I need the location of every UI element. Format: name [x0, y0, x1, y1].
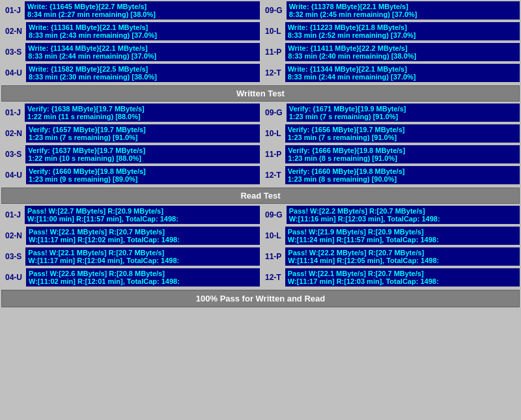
table-row: 01-JWrite: {11645 MByte}[22.7 MByte/s]8:…	[1, 1, 260, 20]
cell-line2: 8:34 min (2:27 min remaining) [38.0%]	[27, 10, 257, 18]
cell-line2: 1:23 min (8 s remaining) [90.0%]	[288, 175, 517, 183]
drive-id-label: 11-P	[261, 145, 285, 163]
main-container: 01-JWrite: {11645 MByte}[22.7 MByte/s]8:…	[0, 0, 521, 309]
cell-content: Verify: {1660 MByte}[19.8 MByte/s]1:23 m…	[26, 166, 260, 184]
cell-line1: Pass! W:[22.1 MByte/s] R:[20.7 MByte/s]	[28, 249, 257, 257]
drive-id-label: 02-N	[1, 227, 26, 245]
cell-line1: Verify: {1660 MByte}[19.8 MByte/s]	[288, 167, 517, 175]
table-row: 11-PVerify: {1666 MByte}[19.8 MByte/s]1:…	[261, 145, 520, 163]
cell-line1: Verify: {1657 MByte}[19.7 MByte/s]	[29, 126, 257, 133]
drive-id-label: 10-L	[261, 22, 285, 40]
cell-content: Write: {11223 MByte}[21.8 MByte/s]8:33 m…	[285, 22, 520, 40]
table-row: 04-UVerify: {1660 MByte}[19.8 MByte/s]1:…	[1, 166, 260, 184]
cell-line1: Write: {11378 MByte}[22.1 MByte/s]	[289, 3, 517, 10]
cell-line2: W:[11:17 min] R:[12:03 min], TotalCap: 1…	[288, 277, 517, 285]
cell-line1: Verify: {1638 MByte}[19.7 MByte/s]	[27, 105, 257, 113]
footer-status: 100% Pass for Written and Read	[1, 290, 520, 307]
cell-content: Pass! W:[22.1 MByte/s] R:[20.7 MByte/s]W…	[285, 268, 520, 287]
drive-id-label: 03-S	[1, 43, 25, 61]
table-row: 02-NWrite: {11361 MByte}[22.1 MByte/s]8:…	[1, 22, 260, 40]
cell-line1: Verify: {1660 MByte}[19.8 MByte/s]	[29, 167, 257, 175]
table-row: 10-LWrite: {11223 MByte}[21.8 MByte/s]8:…	[261, 22, 520, 40]
cell-line1: Pass! W:[22.1 MByte/s] R:[20.7 MByte/s]	[288, 270, 517, 277]
read-test-section: 01-JPass! W:[22.7 MByte/s] R:[20.9 MByte…	[1, 206, 520, 288]
read-test-header: Read Test	[1, 188, 520, 204]
table-row: 01-JVerify: {1638 MByte}[19.7 MByte/s]1:…	[1, 104, 260, 122]
cell-line2: W:[11:16 min] R:[12:03 min], TotalCap: 1…	[289, 215, 517, 223]
cell-content: Verify: {1638 MByte}[19.7 MByte/s]1:22 m…	[25, 104, 260, 122]
table-row: 12-TPass! W:[22.1 MByte/s] R:[20.7 MByte…	[261, 268, 520, 287]
cell-content: Write: {11344 MByte}[22.1 MByte/s]8:33 m…	[285, 64, 520, 82]
drive-id-label: 09-G	[261, 206, 287, 224]
drive-id-label: 04-U	[1, 166, 26, 184]
written-test-section: 01-JWrite: {11645 MByte}[22.7 MByte/s]8:…	[1, 1, 520, 102]
cell-line1: Pass! W:[22.1 MByte/s] R:[20.7 MByte/s]	[29, 228, 257, 236]
cell-line1: Write: {11344 MByte}[22.1 MByte/s]	[288, 65, 517, 73]
cell-line1: Pass! W:[22.7 MByte/s] R:[20.9 MByte/s]	[27, 207, 257, 215]
drive-id-label: 10-L	[261, 227, 285, 245]
drive-id-label: 12-T	[261, 166, 285, 184]
written-test-header: Written Test	[1, 85, 520, 102]
cell-line1: Write: {11411 MByte}[22.2 MByte/s]	[288, 44, 517, 52]
drive-id-label: 04-U	[1, 268, 26, 287]
cell-content: Verify: {1660 MByte}[19.8 MByte/s]1:23 m…	[285, 166, 520, 184]
table-row: 04-UWrite: {11582 MByte}[22.5 MByte/s]8:…	[1, 64, 260, 82]
table-row: 03-SWrite: {11344 MByte}[22.1 MByte/s]8:…	[1, 43, 260, 61]
cell-content: Pass! W:[22.7 MByte/s] R:[20.9 MByte/s]W…	[25, 206, 260, 224]
table-row: 02-NVerify: {1657 MByte}[19.7 MByte/s]1:…	[1, 124, 260, 143]
table-row: 03-SPass! W:[22.1 MByte/s] R:[20.7 MByte…	[1, 247, 260, 266]
cell-line2: W:[11:17 min] R:[12:02 min], TotalCap: 1…	[29, 236, 257, 244]
drive-id-label: 10-L	[261, 124, 285, 143]
cell-line1: Pass! W:[21.9 MByte/s] R:[20.9 MByte/s]	[288, 228, 517, 236]
cell-content: Write: {11411 MByte}[22.2 MByte/s]8:33 m…	[285, 43, 520, 61]
cell-content: Verify: {1671 MByte}[19.9 MByte/s]1:23 m…	[287, 104, 520, 122]
cell-content: Pass! W:[22.1 MByte/s] R:[20.7 MByte/s]W…	[25, 247, 260, 266]
cell-line1: Write: {11223 MByte}[21.8 MByte/s]	[288, 23, 517, 31]
cell-line1: Write: {11344 MByte}[22.1 MByte/s]	[28, 44, 257, 52]
drive-id-label: 04-U	[1, 64, 26, 82]
cell-line2: 8:33 min (2:43 min remaining) [37.0%]	[29, 31, 257, 39]
drive-id-label: 09-G	[261, 104, 287, 122]
cell-line2: W:[11:17 min] R:[12:04 min], TotalCap: 1…	[28, 257, 257, 264]
cell-content: Write: {11582 MByte}[22.5 MByte/s]8:33 m…	[26, 64, 260, 82]
table-row: 11-PPass! W:[22.2 MByte/s] R:[20.7 MByte…	[261, 247, 520, 266]
cell-line2: 8:33 min (2:52 min remaining) [37.0%]	[288, 31, 517, 39]
drive-id-label: 02-N	[1, 22, 26, 40]
cell-line2: 8:33 min (2:44 min remaining) [37.0%]	[28, 52, 257, 60]
drive-id-label: 11-P	[261, 247, 285, 266]
cell-line2: W:[11:24 min] R:[11:57 min], TotalCap: 1…	[288, 236, 517, 244]
drive-id-label: 09-G	[261, 1, 287, 20]
cell-line1: Verify: {1666 MByte}[19.8 MByte/s]	[288, 147, 517, 154]
cell-line2: 1:23 min (8 s remaining) [91.0%]	[288, 154, 517, 162]
cell-line2: 1:23 min (7 s remaining) [91.0%]	[29, 133, 257, 141]
cell-line2: 8:33 min (2:30 min remaining) [38.0%]	[29, 73, 257, 81]
cell-content: Verify: {1657 MByte}[19.7 MByte/s]1:23 m…	[26, 124, 260, 143]
cell-line1: Pass! W:[22.2 MByte/s] R:[20.7 MByte/s]	[288, 249, 517, 257]
cell-content: Pass! W:[22.2 MByte/s] R:[20.7 MByte/s]W…	[287, 206, 520, 224]
cell-line1: Write: {11361 MByte}[22.1 MByte/s]	[29, 23, 257, 31]
cell-content: Pass! W:[22.6 MByte/s] R:[20.8 MByte/s]W…	[26, 268, 260, 287]
cell-content: Write: {11378 MByte}[22.1 MByte/s]8:32 m…	[287, 1, 520, 20]
cell-line1: Verify: {1637 MByte}[19.7 MByte/s]	[28, 147, 257, 154]
table-row: 09-GVerify: {1671 MByte}[19.9 MByte/s]1:…	[261, 104, 520, 122]
table-row: 09-GWrite: {11378 MByte}[22.1 MByte/s]8:…	[261, 1, 520, 20]
cell-content: Write: {11361 MByte}[22.1 MByte/s]8:33 m…	[26, 22, 260, 40]
drive-id-label: 01-J	[1, 206, 25, 224]
drive-id-label: 11-P	[261, 43, 285, 61]
cell-content: Verify: {1637 MByte}[19.7 MByte/s]1:22 m…	[25, 145, 260, 163]
cell-line1: Verify: {1671 MByte}[19.9 MByte/s]	[289, 105, 517, 113]
cell-content: Pass! W:[21.9 MByte/s] R:[20.9 MByte/s]W…	[285, 227, 520, 245]
cell-line1: Verify: {1656 MByte}[19.7 MByte/s]	[288, 126, 517, 133]
table-row: 04-UPass! W:[22.6 MByte/s] R:[20.8 MByte…	[1, 268, 260, 287]
cell-line2: W:[11:14 min] R:[12:05 min], TotalCap: 1…	[288, 257, 517, 264]
cell-line2: W:[11:00 min] R:[11:57 min], TotalCap: 1…	[27, 215, 257, 223]
table-row: 01-JPass! W:[22.7 MByte/s] R:[20.9 MByte…	[1, 206, 260, 224]
table-row: 10-LVerify: {1656 MByte}[19.7 MByte/s]1:…	[261, 124, 520, 143]
table-row: 09-GPass! W:[22.2 MByte/s] R:[20.7 MByte…	[261, 206, 520, 224]
cell-line2: W:[11:02 min] R:[12:01 min], TotalCap: 1…	[29, 277, 257, 285]
cell-line2: 1:22 min (10 s remaining) [88.0%]	[28, 154, 257, 162]
cell-line2: 1:23 min (7 s remaining) [91.0%]	[289, 113, 517, 120]
drive-id-label: 12-T	[261, 268, 285, 287]
cell-line1: Write: {11645 MByte}[22.7 MByte/s]	[27, 3, 257, 10]
cell-line1: Write: {11582 MByte}[22.5 MByte/s]	[29, 65, 257, 73]
